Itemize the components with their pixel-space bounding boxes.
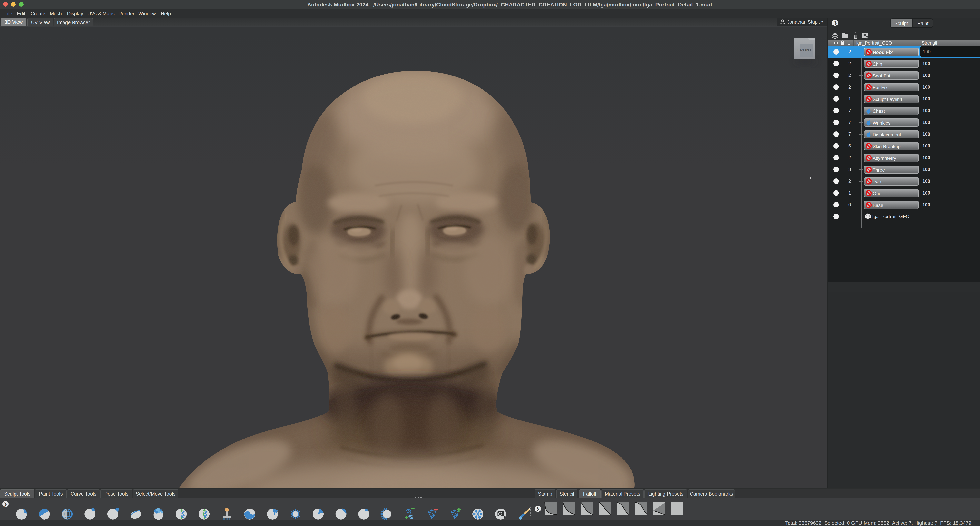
svg-text:❯: ❯ [4,502,7,507]
svg-text:FRONT: FRONT [797,48,812,52]
svg-text:❯: ❯ [536,507,539,512]
